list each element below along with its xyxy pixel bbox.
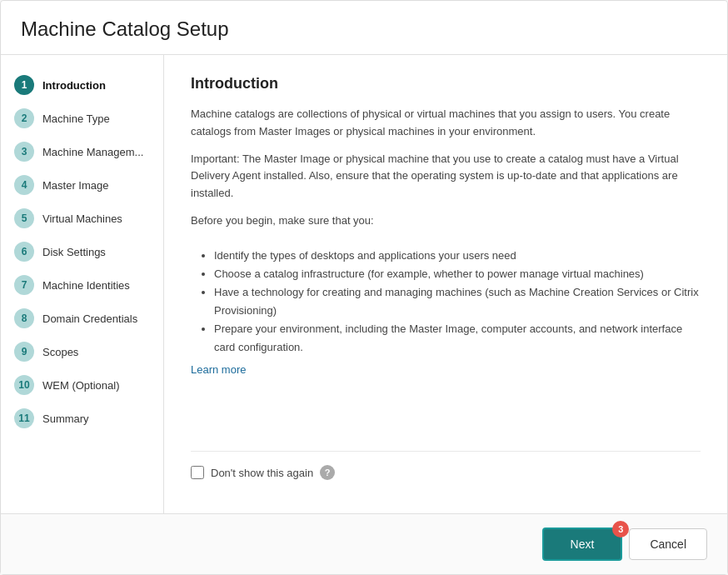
dont-show-checkbox[interactable] xyxy=(191,466,204,479)
sidebar: 1Introduction2Machine Type3Machine Manag… xyxy=(1,55,164,513)
content-title: Introduction xyxy=(191,75,701,92)
content-paragraph1: Machine catalogs are collections of phys… xyxy=(191,106,701,141)
bullet-item-4: Prepare your environment, including the … xyxy=(214,320,701,357)
content-paragraph3: Before you begin, make sure that you: xyxy=(191,212,701,230)
step-badge-2: 2 xyxy=(14,108,34,128)
dialog-wrapper: Machine Catalog Setup 1Introduction2Mach… xyxy=(0,0,728,575)
sidebar-item-5[interactable]: 5Virtual Machines xyxy=(1,202,163,235)
sidebar-item-label-4: Master Image xyxy=(42,179,108,192)
step-badge-8: 8 xyxy=(14,308,34,328)
next-button[interactable]: Next 3 xyxy=(542,528,623,561)
step-badge-7: 7 xyxy=(14,275,34,295)
step-badge-11: 11 xyxy=(14,408,34,428)
bullet-item-2: Choose a catalog infrastructure (for exa… xyxy=(214,265,701,283)
sidebar-item-label-10: WEM (Optional) xyxy=(42,379,119,392)
step-badge-9: 9 xyxy=(14,342,34,362)
content-paragraph2: Important: The Master Image or physical … xyxy=(191,151,701,202)
sidebar-item-8[interactable]: 8Domain Credentials xyxy=(1,302,163,335)
dialog-footer: Next 3 Cancel xyxy=(1,513,727,574)
sidebar-item-1[interactable]: 1Introduction xyxy=(1,68,163,102)
step-badge-4: 4 xyxy=(14,175,34,195)
cancel-button[interactable]: Cancel xyxy=(629,528,707,560)
sidebar-item-label-7: Machine Identities xyxy=(42,279,130,292)
sidebar-item-label-8: Domain Credentials xyxy=(42,312,137,325)
checkbox-label: Don't show this again xyxy=(211,467,313,479)
step-badge-5: 5 xyxy=(14,208,34,228)
dialog-title: Machine Catalog Setup xyxy=(21,18,707,41)
step-badge-10: 10 xyxy=(14,375,34,395)
sidebar-item-6[interactable]: 6Disk Settings xyxy=(1,235,163,268)
sidebar-item-4[interactable]: 4Master Image xyxy=(1,168,163,202)
content-spacer xyxy=(191,376,701,438)
learn-more-link[interactable]: Learn more xyxy=(191,363,701,376)
step-badge-6: 6 xyxy=(14,242,34,262)
checkbox-row: Don't show this again ? xyxy=(191,451,701,493)
step-badge-3: 3 xyxy=(14,142,34,162)
step-badge-1: 1 xyxy=(14,75,34,95)
sidebar-item-11[interactable]: 11Summary xyxy=(1,402,163,435)
dialog-body: 1Introduction2Machine Type3Machine Manag… xyxy=(1,55,727,513)
dialog-header: Machine Catalog Setup xyxy=(1,1,727,55)
main-content: Introduction Machine catalogs are collec… xyxy=(164,55,727,513)
bullet-item-1: Identify the types of desktops and appli… xyxy=(214,247,701,265)
sidebar-item-9[interactable]: 9Scopes xyxy=(1,335,163,368)
sidebar-item-label-9: Scopes xyxy=(42,346,78,358)
sidebar-item-label-3: Machine Managem... xyxy=(42,146,143,158)
sidebar-item-label-2: Machine Type xyxy=(42,112,110,125)
next-button-label: Next xyxy=(571,538,595,551)
content-bullets: Identify the types of desktops and appli… xyxy=(204,247,701,358)
sidebar-item-label-5: Virtual Machines xyxy=(42,212,122,225)
bullet-item-3: Have a technology for creating and manag… xyxy=(214,283,701,320)
help-icon[interactable]: ? xyxy=(320,465,335,480)
sidebar-item-3[interactable]: 3Machine Managem... xyxy=(1,135,163,168)
sidebar-item-7[interactable]: 7Machine Identities xyxy=(1,268,163,302)
sidebar-item-2[interactable]: 2Machine Type xyxy=(1,102,163,135)
sidebar-item-label-11: Summary xyxy=(42,412,89,425)
sidebar-item-10[interactable]: 10WEM (Optional) xyxy=(1,368,163,402)
sidebar-item-label-6: Disk Settings xyxy=(42,246,106,258)
next-badge: 3 xyxy=(612,521,629,538)
sidebar-item-label-1: Introduction xyxy=(42,79,106,92)
